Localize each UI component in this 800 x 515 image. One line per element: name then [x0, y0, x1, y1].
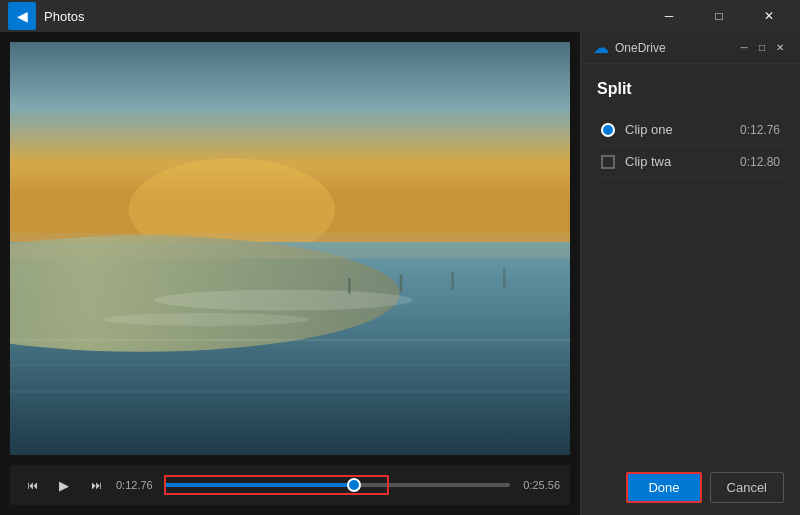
controls-area: ⏮ ▶ ⏭ 0:12.76 0:25.56 [10, 465, 570, 505]
video-panel: ⏮ ▶ ⏭ 0:12.76 0:25.56 [0, 32, 580, 515]
svg-rect-12 [10, 390, 570, 393]
svg-rect-11 [10, 365, 570, 366]
track-filled [164, 483, 354, 487]
back-button[interactable]: ◀ [8, 2, 36, 30]
app-title: Photos [44, 9, 84, 24]
svg-rect-13 [10, 233, 570, 259]
timeline-wrapper: ⏮ ▶ ⏭ 0:12.76 0:25.56 [20, 473, 560, 497]
onedrive-icon: ☁ [593, 38, 609, 57]
video-thumbnail [10, 42, 570, 455]
title-bar-left: ◀ Photos [8, 2, 84, 30]
restore-button[interactable]: □ [696, 0, 742, 32]
clip-one-duration: 0:12.76 [740, 123, 780, 137]
onedrive-close[interactable]: ✕ [772, 40, 788, 56]
clip-two-item[interactable]: Clip twa 0:12.80 [597, 146, 784, 178]
clip-one-indicator [601, 123, 615, 137]
onedrive-minimize[interactable]: ─ [736, 40, 752, 56]
clip-one-item[interactable]: Clip one 0:12.76 [597, 114, 784, 146]
svg-rect-7 [400, 274, 403, 292]
onedrive-header: ☁ OneDrive ─ □ ✕ [581, 32, 800, 64]
timeline-thumb[interactable] [347, 478, 361, 492]
video-area [10, 42, 570, 455]
rewind-button[interactable]: ⏮ [20, 473, 44, 497]
forward-icon: ⏭ [91, 479, 102, 491]
svg-rect-6 [348, 278, 351, 293]
end-time-label: 0:25.56 [518, 479, 560, 491]
action-buttons: Done Cancel [581, 460, 800, 515]
main-content: ⏮ ▶ ⏭ 0:12.76 0:25.56 [0, 32, 800, 515]
clip-one-name: Clip one [625, 122, 730, 137]
close-button[interactable]: ✕ [746, 0, 792, 32]
title-bar: ◀ Photos ─ □ ✕ [0, 0, 800, 32]
svg-point-5 [103, 313, 310, 326]
onedrive-label: OneDrive [615, 41, 730, 55]
clip-two-duration: 0:12.80 [740, 155, 780, 169]
title-bar-right: ─ □ ✕ [646, 0, 792, 32]
back-icon: ◀ [17, 8, 28, 24]
done-button[interactable]: Done [626, 472, 701, 503]
timeline-track[interactable] [164, 473, 510, 497]
onedrive-restore[interactable]: □ [754, 40, 770, 56]
svg-rect-8 [451, 272, 454, 290]
svg-point-4 [154, 290, 412, 311]
clip-two-indicator [601, 155, 615, 169]
minimize-button[interactable]: ─ [646, 0, 692, 32]
play-icon: ▶ [59, 478, 69, 493]
split-title: Split [597, 80, 784, 98]
cancel-button[interactable]: Cancel [710, 472, 784, 503]
right-panel: ☁ OneDrive ─ □ ✕ Split Clip one 0:12.76 … [580, 32, 800, 515]
play-button[interactable]: ▶ [52, 473, 76, 497]
svg-rect-10 [10, 339, 570, 342]
onedrive-win-buttons: ─ □ ✕ [736, 40, 788, 56]
rewind-icon: ⏮ [27, 479, 38, 491]
split-section: Split Clip one 0:12.76 Clip twa 0:12.80 [581, 64, 800, 186]
forward-button[interactable]: ⏭ [84, 473, 108, 497]
clip-two-name: Clip twa [625, 154, 730, 169]
svg-rect-9 [503, 268, 506, 289]
current-time-label: 0:12.76 [116, 479, 156, 491]
